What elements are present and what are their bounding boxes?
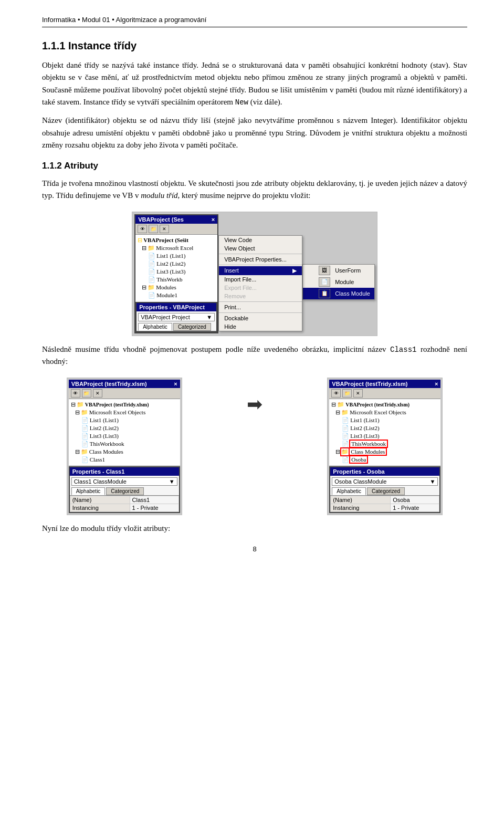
- page-number: 8: [42, 545, 467, 553]
- ctx-print[interactable]: Print...: [219, 303, 302, 311]
- tree-vbaproject: VBAProject (Sešit: [143, 237, 188, 243]
- ctx-sep-3: [219, 301, 302, 302]
- vba-tree-1: ⊟ VBAProject (Sešit ⊟ 📁 Microsoft Excel …: [135, 235, 217, 301]
- prop-tab-cat-left[interactable]: Categorized: [106, 487, 144, 495]
- prop-tab-alphabetic[interactable]: Alphabetic: [138, 323, 172, 331]
- screenshot2-left: VBAProject (testTridy.xlsm) × 👁 📁 ✕ ⊟ 📁 …: [67, 378, 182, 515]
- prop-table-left: (Name) Class1 Instancing 1 - Private: [70, 496, 179, 512]
- table-row: (Name) Osoba: [331, 496, 439, 504]
- prop-tab-alpha-right[interactable]: Alphabetic: [332, 487, 366, 495]
- breadcrumb: Informatika • Modul 01 • Algoritmizace a…: [42, 16, 467, 27]
- submenu-classmodule[interactable]: 📋 Class Module: [303, 288, 374, 299]
- screenshot2-container: VBAProject (testTridy.xlsm) × 👁 📁 ✕ ⊟ 📁 …: [42, 378, 467, 515]
- module-icon: 📄: [319, 277, 330, 287]
- ctx-remove: Remove: [219, 292, 302, 300]
- section2-para1: Třída je tvořena množinou vlastností obj…: [42, 177, 467, 202]
- properties-panel-1: Properties - VBAProject VBAProject Proje…: [135, 302, 217, 332]
- section1-para1: Objekt dané třídy se nazývá také instanc…: [42, 59, 467, 108]
- tree-list1: List1 (List1): [156, 253, 185, 259]
- ctx-view-code[interactable]: View Code: [219, 236, 302, 244]
- vba-toolbar-1: 👁 📁 ✕: [135, 224, 217, 235]
- tree-list2: List2 (List2): [156, 260, 185, 267]
- tree-msexcel: Microsoft Excel: [156, 245, 193, 251]
- vba-toolbar-right: 👁 📁 ✕: [329, 388, 440, 399]
- prop-tab-cat-right[interactable]: Categorized: [367, 487, 405, 495]
- section2-caption2: Nyní lze do modulu třídy vložit atributy…: [42, 522, 467, 535]
- section2-caption1: Následně musíme třídu vhodně pojmenovat …: [42, 343, 467, 368]
- vba-titlebar-1: VBAProject (Ses ×: [135, 215, 217, 224]
- prop-tabs-1: Alphabetic Categorized: [136, 323, 216, 331]
- ctx-export: Export File...: [219, 284, 302, 292]
- vba-toolbar-left: 👁 📁 ✕: [69, 388, 180, 399]
- prop-tab-alpha-left[interactable]: Alphabetic: [71, 487, 106, 495]
- prop-tab-categorized[interactable]: Categorized: [173, 323, 211, 331]
- submenu-1: 🖼 UserForm 📄 Module 📋 Class Module: [302, 264, 375, 300]
- vba-titlebar-right: VBAProject (testTridy.xlsm) ×: [329, 380, 440, 388]
- prop-table-right: (Name) Osoba Instancing 1 - Private: [330, 496, 439, 512]
- section-heading-2: 1.1.2 Atributy: [42, 161, 467, 171]
- ctx-sep-1: [219, 254, 302, 254]
- vba-tree-right: ⊟ 📁 VBAProject (testTridy.xlsm) ⊟ 📁 Micr…: [329, 399, 440, 465]
- properties-panel-left: Properties - Class1 Class1 ClassModule ▼…: [69, 466, 180, 513]
- prop-dropdown-1[interactable]: VBAProject Project ▼: [138, 313, 215, 321]
- screenshot2-right: VBAProject (testTridy.xlsm) × 👁 📁 ✕ ⊟ 📁 …: [327, 378, 443, 515]
- context-menu-1: View Code View Object VBAProject Propert…: [218, 235, 302, 331]
- screenshot1-container: VBAProject (Ses × 👁 📁 ✕ ⊟ VBAProject (Se…: [42, 212, 467, 336]
- tree-thisworkb: ThisWorkb: [156, 276, 182, 283]
- section-heading-1: 1.1.1 Instance třídy: [42, 40, 467, 52]
- arrow-icon: ➡: [242, 393, 268, 415]
- prop-titlebar-1: Properties - VBAProject: [136, 303, 216, 311]
- toolbar-btn-close[interactable]: ✕: [160, 225, 169, 233]
- ctx-properties[interactable]: VBAProject Properties...: [219, 255, 302, 264]
- table-row: Instancing 1 - Private: [70, 504, 178, 511]
- tree-module1: Module1: [156, 292, 177, 298]
- table-row: (Name) Class1: [70, 496, 178, 504]
- userform-icon: 🖼: [319, 266, 330, 275]
- section1-para2: Název (identifikátor) objektu se od názv…: [42, 114, 467, 151]
- ctx-sep-2: [219, 265, 302, 265]
- submenu-userform[interactable]: 🖼 UserForm: [303, 265, 374, 276]
- ctx-import[interactable]: Import File...: [219, 275, 302, 284]
- ctx-dockable[interactable]: Dockable: [219, 314, 302, 322]
- tree-folder-icon: ⊟: [138, 237, 142, 244]
- ctx-sep-4: [219, 312, 302, 313]
- tree-list3: List3 (List3): [156, 268, 185, 275]
- submenu-module[interactable]: 📄 Module: [303, 276, 374, 288]
- table-row: Instancing 1 - Private: [331, 504, 439, 511]
- vba-tree-left: ⊟ 📁 VBAProject (testTridy.xlsm) ⊟ 📁 Micr…: [69, 399, 180, 465]
- tree-modules: Modules: [156, 284, 176, 290]
- ctx-view-object[interactable]: View Object: [219, 244, 302, 253]
- ctx-hide[interactable]: Hide: [219, 322, 302, 331]
- properties-panel-right: Properties - Osoba Osoba ClassModule ▼ A…: [329, 466, 440, 513]
- vba-titlebar-left: VBAProject (testTridy.xlsm) ×: [69, 380, 180, 388]
- ctx-insert[interactable]: Insert ▶: [219, 266, 302, 275]
- classmodule-icon: 📋: [319, 289, 330, 298]
- toolbar-btn-folder[interactable]: 📁: [149, 225, 158, 233]
- toolbar-btn-view[interactable]: 👁: [138, 225, 147, 233]
